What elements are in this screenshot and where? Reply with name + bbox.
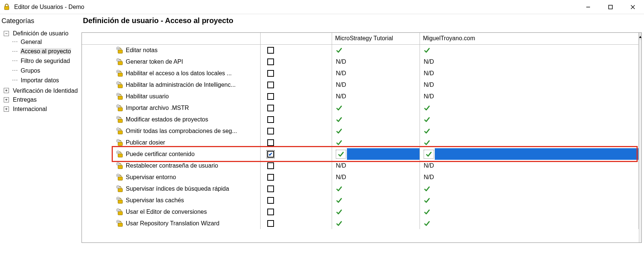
svg-point-40 — [117, 175, 118, 176]
value-text: N/D — [336, 82, 346, 88]
main-panel: Definición de usuario - Acceso al proyec… — [79, 14, 644, 257]
privilege-label: Publicar dosier — [126, 139, 165, 146]
check-icon — [424, 128, 430, 134]
scroll-up-icon[interactable]: ▴ — [639, 33, 641, 40]
privilege-checkbox[interactable] — [267, 128, 274, 134]
privilege-checkbox[interactable] — [267, 220, 274, 227]
close-button[interactable] — [622, 0, 644, 14]
tree-node-definicion[interactable]: − Definición de usuario ⋯ General ⋯ Acce… — [4, 29, 78, 86]
privilege-checkbox[interactable] — [267, 139, 274, 146]
privilege-checkbox[interactable] — [267, 197, 274, 204]
privilege-checkbox[interactable] — [267, 185, 274, 192]
expand-icon[interactable]: + — [4, 88, 9, 93]
privilege-label: Generar token de API — [126, 58, 183, 65]
privilege-lock-icon — [116, 93, 124, 100]
privilege-lock-icon — [116, 162, 124, 169]
privilege-checkbox[interactable] — [267, 105, 274, 111]
privilege-checkbox[interactable] — [267, 116, 274, 123]
col-header-project1[interactable]: MicroStrategy Tutorial — [332, 33, 420, 44]
privilege-checkbox[interactable] — [267, 70, 274, 77]
privilege-label: Modificar estados de proyectos — [126, 116, 208, 123]
svg-point-7 — [117, 48, 118, 49]
maximize-button[interactable] — [599, 0, 622, 14]
tree-node-entregas[interactable]: + Entregas — [4, 95, 78, 104]
check-icon — [424, 116, 430, 123]
tree-node-importar-datos[interactable]: ⋯ Importar datos — [12, 75, 78, 85]
table-row[interactable]: Supervisar las cachés — [82, 194, 639, 206]
table-row[interactable]: Habilitar usuarioN/DN/D — [82, 91, 639, 102]
svg-rect-5 — [118, 50, 122, 53]
check-icon — [424, 47, 430, 54]
svg-point-28 — [117, 128, 118, 130]
table-row[interactable]: Importar archivo .MSTR — [82, 102, 639, 114]
table-row[interactable]: Modificar estados de proyectos — [82, 114, 639, 125]
table-row[interactable]: Usar Repository Translation Wizard — [82, 218, 639, 229]
svg-point-25 — [117, 117, 118, 118]
col-header-checkbox[interactable] — [261, 33, 332, 44]
privilege-checkbox[interactable] — [267, 93, 274, 100]
expand-icon[interactable]: + — [4, 107, 9, 112]
privilege-checkbox[interactable] — [267, 209, 274, 215]
tree-node-internacional[interactable]: + Internacional — [4, 104, 78, 114]
table-row[interactable]: Supervisar índices de búsqueda rápida — [82, 183, 639, 194]
table-row[interactable]: Puede certificar contenido — [82, 148, 639, 160]
check-icon — [424, 220, 430, 227]
table-row[interactable]: Restablecer contraseña de usuarioN/DN/D — [82, 160, 639, 171]
sidebar: Categorías − Definición de usuario ⋯ Gen… — [0, 14, 79, 257]
value-text: N/D — [424, 82, 434, 88]
value-text: N/D — [336, 70, 346, 77]
value-text: N/D — [336, 162, 346, 169]
titlebar: Editor de Usuarios - Demo — [0, 0, 644, 14]
privilege-checkbox[interactable] — [267, 174, 274, 181]
value-text: N/D — [424, 58, 434, 65]
table-row[interactable]: Publicar dosier — [82, 137, 639, 148]
privilege-label: Usar el Editor de conversiones — [126, 209, 207, 215]
value-text: N/D — [336, 174, 346, 181]
privilege-label: Importar archivo .MSTR — [126, 105, 189, 111]
check-icon — [424, 197, 430, 204]
privilege-lock-icon — [116, 150, 124, 158]
svg-point-37 — [117, 163, 118, 164]
svg-point-31 — [117, 140, 118, 141]
vertical-scrollbar[interactable]: ▴ — [639, 33, 641, 242]
minimize-button[interactable] — [577, 0, 599, 14]
privilege-lock-icon — [116, 139, 124, 146]
privilege-checkbox[interactable] — [267, 47, 274, 54]
tree-node-acceso-proyecto[interactable]: ⋯ Acceso al proyecto — [12, 47, 78, 56]
table-row[interactable]: Editar notas — [82, 44, 639, 56]
table-row[interactable]: Supervisar entornoN/DN/D — [82, 171, 639, 183]
check-icon — [336, 105, 342, 111]
check-icon — [336, 47, 342, 54]
expand-icon[interactable]: + — [4, 97, 9, 102]
privilege-lock-icon — [116, 185, 124, 193]
privilege-lock-icon — [116, 116, 124, 123]
privilege-label: Editar notas — [126, 47, 157, 54]
table-row[interactable]: Usar el Editor de conversiones — [82, 206, 639, 218]
privilege-lock-icon — [116, 104, 124, 112]
table-row[interactable]: Habilitar la administración de Intellige… — [82, 79, 639, 91]
tree-node-filtro-seguridad[interactable]: ⋯ Filtro de seguridad — [12, 56, 78, 66]
table-row[interactable]: Omitir todas las comprobaciones de seg..… — [82, 125, 639, 137]
col-header-project2[interactable]: MiguelTroyano.com — [420, 33, 639, 44]
category-tree: − Definición de usuario ⋯ General ⋯ Acce… — [1, 29, 78, 114]
table-row[interactable]: Habilitar el acceso a los datos locales … — [82, 67, 639, 79]
privilege-checkbox[interactable] — [267, 162, 274, 169]
privilege-checkbox[interactable] — [267, 58, 274, 65]
tree-node-general[interactable]: ⋯ General — [12, 37, 78, 47]
svg-rect-23 — [118, 119, 122, 123]
tree-node-verificacion-identidad[interactable]: + Verificación de Identidad — [4, 86, 78, 95]
value-text: N/D — [424, 162, 434, 169]
svg-point-10 — [117, 59, 118, 60]
collapse-icon[interactable]: − — [4, 31, 9, 36]
table-row[interactable]: Generar token de APIN/DN/D — [82, 56, 639, 67]
svg-rect-41 — [118, 188, 122, 192]
check-icon — [424, 105, 430, 111]
col-header-name[interactable] — [82, 33, 261, 44]
privileges-grid: MicroStrategy Tutorial MiguelTroyano.com… — [82, 32, 642, 243]
svg-point-43 — [117, 186, 118, 187]
tree-node-grupos[interactable]: ⋯ Grupos — [12, 66, 78, 75]
privilege-lock-icon — [116, 174, 124, 181]
svg-rect-35 — [118, 165, 122, 169]
privilege-checkbox[interactable] — [267, 82, 274, 88]
privilege-checkbox[interactable] — [267, 151, 274, 158]
